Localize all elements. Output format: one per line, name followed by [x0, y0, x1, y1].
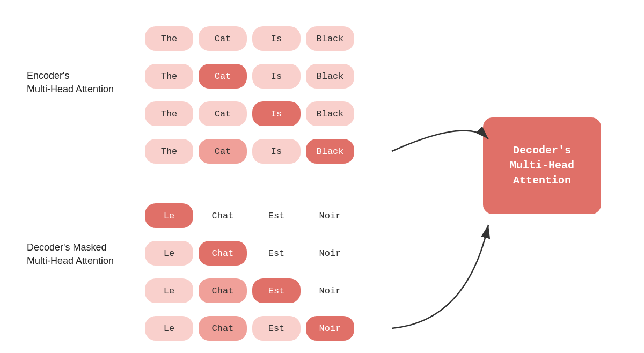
token-est-4: Est [252, 316, 301, 341]
token-noir-4: Noir [306, 316, 354, 341]
token-chat-1: Chat [199, 203, 247, 228]
token-black-4: Black [306, 139, 354, 164]
token-est-2: Est [252, 241, 301, 266]
token-chat-3: Chat [199, 278, 247, 303]
token-est-3: Est [252, 278, 301, 303]
token-is-4: Is [252, 139, 301, 164]
token-cat-1: Cat [199, 26, 247, 51]
encoder-row-1: The Cat Is Black [145, 26, 354, 51]
diagram-area: Encoder'sMulti-Head Attention Decoder's … [27, 10, 617, 343]
token-chat-2: Chat [199, 241, 247, 266]
token-le-4: Le [145, 316, 193, 341]
token-le-3: Le [145, 278, 193, 303]
decoder-row-2: Le Chat Est Noir [145, 241, 354, 266]
token-noir-3: Noir [306, 278, 354, 303]
encoder-row-4: The Cat Is Black [145, 139, 354, 164]
token-black-2: Black [306, 64, 354, 89]
token-est-1: Est [252, 203, 301, 228]
token-cat-2: Cat [199, 64, 247, 89]
token-noir-1: Noir [306, 203, 354, 228]
token-the-4: The [145, 139, 193, 164]
decoder-row-4: Le Chat Est Noir [145, 316, 354, 341]
main-container: Encoder'sMulti-Head Attention Decoder's … [0, 0, 644, 353]
token-le-2: Le [145, 241, 193, 266]
decoder-row-1: Le Chat Est Noir [145, 203, 354, 228]
token-the-1: The [145, 26, 193, 51]
token-black-1: Black [306, 26, 354, 51]
token-is-3: Is [252, 101, 301, 126]
token-is-1: Is [252, 26, 301, 51]
encoder-row-2: The Cat Is Black [145, 64, 354, 89]
token-the-3: The [145, 101, 193, 126]
token-cat-3: Cat [199, 101, 247, 126]
decoder-label: Decoder's MaskedMulti-Head Attention [27, 241, 114, 268]
encoder-row-3: The Cat Is Black [145, 101, 354, 126]
token-noir-2: Noir [306, 241, 354, 266]
token-is-2: Is [252, 64, 301, 89]
decoder-multihead-box: Decoder's Multi-HeadAttention [483, 117, 601, 214]
decoder-row-3: Le Chat Est Noir [145, 278, 354, 303]
token-cat-4: Cat [199, 139, 247, 164]
token-the-2: The [145, 64, 193, 89]
token-black-3: Black [306, 101, 354, 126]
token-chat-4: Chat [199, 316, 247, 341]
decoder-box-label: Decoder's Multi-HeadAttention [492, 143, 592, 188]
token-le-1: Le [145, 203, 193, 228]
encoder-label: Encoder'sMulti-Head Attention [27, 69, 114, 96]
